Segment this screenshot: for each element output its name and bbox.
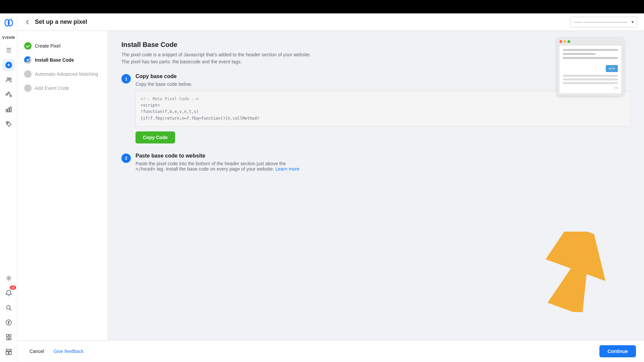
svg-text:+: + <box>7 62 10 68</box>
notification-badge: 10 <box>10 286 16 290</box>
step1-num: 1 <box>121 74 131 83</box>
step-pending-icon-1 <box>24 70 32 78</box>
svg-point-16 <box>6 306 10 309</box>
step-add-event-label: Add Event Code <box>35 85 69 91</box>
step1-content: Copy base code Copy the base code below.… <box>136 73 631 143</box>
svg-rect-13 <box>10 107 11 112</box>
top-bar <box>0 0 644 13</box>
page-title: Set up a new pixel <box>35 18 566 25</box>
menu-icon[interactable]: ☰ <box>3 44 15 56</box>
svg-point-30 <box>26 86 30 90</box>
back-button[interactable] <box>24 19 31 25</box>
footer: Cancel Give feedback Continue <box>17 340 644 362</box>
section-desc-line2: The pixel has two parts: the basecode an… <box>121 59 242 64</box>
svg-point-8 <box>10 95 11 97</box>
cancel-button[interactable]: Cancel <box>25 346 48 357</box>
step2-desc-part2: tag. Install the base code on every page… <box>157 166 274 172</box>
code-box: <!-- Meta Pixel Code --> <script> !funct… <box>136 91 631 127</box>
add-icon[interactable]: + <box>3 59 15 71</box>
header-right: ▼ <box>570 17 637 27</box>
svg-line-10 <box>9 93 10 95</box>
svg-point-29 <box>26 72 30 76</box>
svg-line-9 <box>7 94 8 95</box>
continue-button[interactable]: Continue <box>599 345 636 357</box>
step1-desc: Copy the base code below. <box>136 81 631 87</box>
step-install-base-code: Install Base Code <box>24 53 101 67</box>
svg-rect-11 <box>6 109 7 112</box>
notification-icon-wrap[interactable]: 10 <box>3 287 15 299</box>
step2-desc: Paste the pixel code into the bottom of … <box>136 161 631 172</box>
svg-point-5 <box>9 78 11 80</box>
help-icon[interactable]: ? <box>3 316 15 328</box>
step2-desc-part1: Paste the pixel code into the bottom of … <box>136 161 286 166</box>
step-active-icon <box>24 56 32 64</box>
copy-code-button[interactable]: Copy Code <box>136 131 175 143</box>
step-done-icon <box>24 42 32 50</box>
step2-title: Paste base code to website <box>136 153 631 159</box>
section-title: Install Base Code <box>121 41 631 49</box>
tag-icon[interactable] <box>3 118 15 130</box>
step1-section: 1 Copy base code Copy the base code belo… <box>121 73 631 143</box>
graph-icon[interactable] <box>3 88 15 101</box>
svg-rect-26 <box>9 352 11 355</box>
browser-illustration: </> /> <box>557 38 631 96</box>
svg-rect-21 <box>9 335 11 337</box>
step-install-base-code-label: Install Base Code <box>35 57 74 63</box>
svg-rect-20 <box>6 338 8 340</box>
svg-rect-25 <box>6 352 8 355</box>
page-header: Set up a new pixel ▼ <box>17 13 644 31</box>
step2-section: 2 Paste base code to website Paste the p… <box>121 153 631 176</box>
settings-icon[interactable] <box>3 272 15 284</box>
step2-content: Paste base code to website Paste the pix… <box>136 153 631 176</box>
section-desc-line1: The pixel code is a snippet of Javascrip… <box>121 52 311 57</box>
sidebar-nav: ViSHN ☰ + 10 ? <box>0 13 17 362</box>
step-add-event-code: Add Event Code <box>24 81 101 95</box>
main-content: Install Base Code The pixel code is a sn… <box>108 31 644 340</box>
step1-title: Copy base code <box>136 73 631 79</box>
svg-rect-12 <box>8 108 9 112</box>
step2-num: 2 <box>121 154 131 163</box>
steps-panel: Create Pixel Install Base Code Automatic… <box>17 31 108 340</box>
arrow-decoration <box>543 232 617 313</box>
svg-rect-24 <box>6 349 11 351</box>
svg-text:?: ? <box>8 320 9 324</box>
people-icon[interactable] <box>3 74 15 86</box>
step2-desc-code: </head> <box>136 166 155 172</box>
svg-point-4 <box>7 78 9 80</box>
account-dropdown-wrap[interactable]: ▼ <box>570 17 637 27</box>
search-icon[interactable] <box>3 302 15 314</box>
svg-point-14 <box>7 123 8 124</box>
step-automatic-label: Automatic Advanced Matching <box>35 71 98 77</box>
brand-label: ViSHN <box>2 34 15 42</box>
svg-line-17 <box>10 309 11 311</box>
learn-more-link[interactable]: Learn more <box>275 166 300 172</box>
chart-icon[interactable] <box>3 103 15 115</box>
svg-marker-31 <box>543 232 617 312</box>
tools-icon[interactable] <box>3 331 15 343</box>
svg-point-15 <box>8 277 10 279</box>
meta-logo <box>3 17 14 28</box>
section-desc: The pixel code is a snippet of Javascrip… <box>121 51 631 65</box>
feedback-link[interactable]: Give feedback <box>54 349 84 354</box>
svg-point-28 <box>27 59 29 61</box>
step-create-pixel-label: Create Pixel <box>35 43 60 49</box>
svg-rect-23 <box>9 338 11 340</box>
layout-icon[interactable] <box>3 346 15 358</box>
svg-rect-22 <box>6 335 8 337</box>
step-create-pixel: Create Pixel <box>24 39 101 53</box>
step-automatic-advanced-matching: Automatic Advanced Matching <box>24 67 101 81</box>
step-pending-icon-2 <box>24 84 32 92</box>
account-dropdown[interactable] <box>570 17 637 27</box>
